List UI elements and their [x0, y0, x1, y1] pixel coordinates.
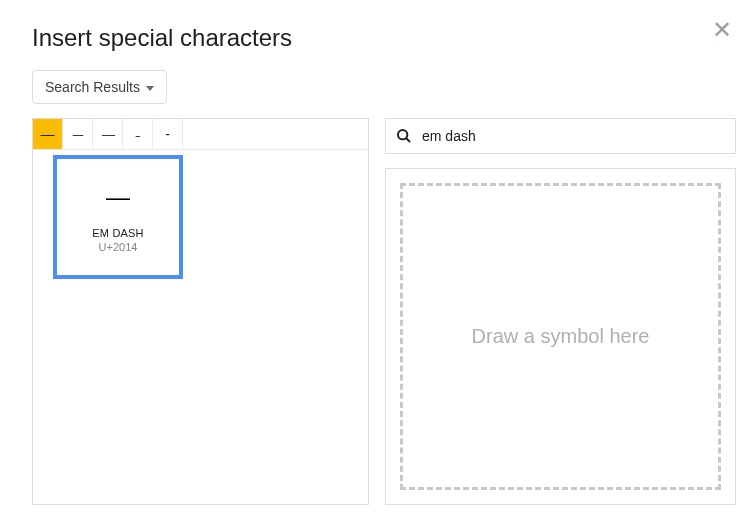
selected-character-glyph: —	[61, 185, 175, 209]
insert-special-characters-dialog: Insert special characters ✕ Search Resul…	[0, 0, 756, 531]
svg-line-1	[406, 138, 410, 142]
selected-character-name: EM DASH	[61, 227, 175, 239]
search-icon	[396, 128, 412, 144]
results-pane: —⸺⸻﹘- — EM DASH U+2014	[32, 118, 369, 505]
right-pane: Draw a symbol here	[385, 118, 736, 505]
content-panes: —⸺⸻﹘- — EM DASH U+2014 Draw a symbol	[32, 118, 736, 505]
dialog-title: Insert special characters	[32, 24, 292, 52]
category-dropdown-label: Search Results	[45, 79, 140, 95]
mini-result-cell[interactable]: —	[33, 119, 63, 149]
draw-area-container: Draw a symbol here	[385, 168, 736, 505]
title-row: Insert special characters ✕	[20, 0, 736, 70]
draw-placeholder-text: Draw a symbol here	[472, 325, 650, 348]
category-dropdown[interactable]: Search Results	[32, 70, 167, 104]
mini-results-row: —⸺⸻﹘-	[33, 119, 368, 150]
mini-result-cell[interactable]: ⸺	[63, 119, 93, 149]
close-icon: ✕	[712, 16, 732, 43]
svg-point-0	[398, 130, 407, 139]
chevron-down-icon	[146, 86, 154, 91]
draw-canvas[interactable]: Draw a symbol here	[400, 183, 721, 490]
category-dropdown-row: Search Results	[32, 70, 736, 104]
mini-result-cell[interactable]: ⸻	[93, 119, 123, 149]
close-button[interactable]: ✕	[712, 18, 732, 42]
mini-result-cell[interactable]: -	[153, 119, 183, 149]
mini-result-cell[interactable]: ﹘	[123, 119, 153, 149]
search-input[interactable]	[420, 127, 725, 145]
search-box	[385, 118, 736, 154]
selected-character-codepoint: U+2014	[61, 241, 175, 253]
selected-character-card[interactable]: — EM DASH U+2014	[53, 155, 183, 279]
